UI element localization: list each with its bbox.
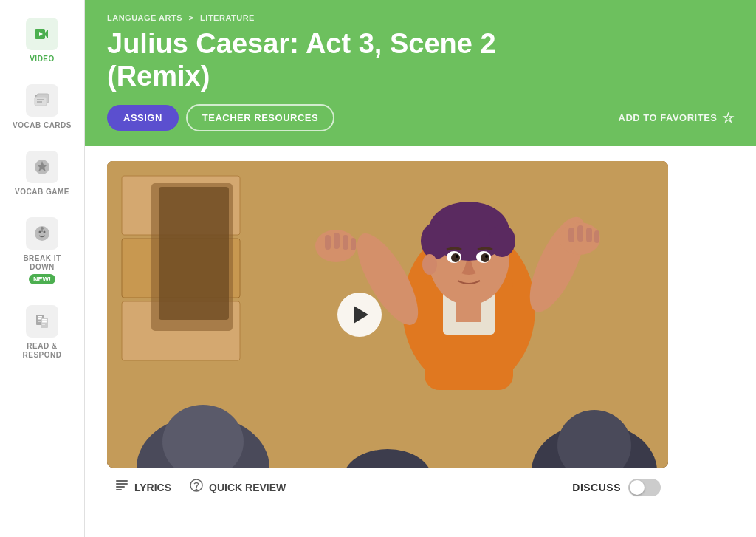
video-thumbnail[interactable]: [107, 161, 668, 468]
video-icon: [33, 25, 51, 43]
title-line2: (Remix): [107, 61, 210, 92]
read-respond-icon: [33, 312, 51, 330]
svg-point-57: [481, 253, 489, 262]
sidebar-video-label: VIDEO: [30, 55, 55, 64]
svg-rect-42: [334, 233, 340, 249]
svg-rect-62: [116, 480, 128, 482]
play-triangle-icon: [354, 306, 368, 324]
sidebar-vocab-game-label: VOCAB GAME: [15, 188, 69, 196]
svg-point-60: [422, 254, 437, 275]
content-area: LYRICS QUICK REVIEW DISCUSS: [85, 146, 756, 537]
sidebar-item-vocab-game[interactable]: VOCAB GAME: [0, 140, 84, 207]
svg-point-12: [44, 231, 46, 233]
svg-rect-49: [594, 230, 599, 243]
quick-review-label: QUICK REVIEW: [209, 482, 286, 493]
breadcrumb-separator: >: [189, 13, 194, 22]
video-bottom-bar: LYRICS QUICK REVIEW DISCUSS: [107, 468, 668, 499]
svg-rect-65: [116, 489, 122, 490]
svg-rect-18: [38, 321, 41, 322]
sidebar-item-read-respond[interactable]: READ &RESPOND: [0, 295, 84, 370]
read-respond-icon-box: [26, 305, 58, 338]
vocab-cards-icon-box: [26, 84, 58, 117]
quick-review-icon: [189, 478, 204, 496]
header-buttons: ASSIGN TEACHER RESOURCES ADD TO FAVORITE…: [107, 104, 734, 131]
header-area: LANGUAGE ARTS > LITERATURE Julius Caesar…: [85, 0, 756, 146]
svg-rect-61: [456, 300, 481, 322]
svg-rect-21: [42, 321, 47, 323]
add-to-favorites-label: ADD TO FAVORITES: [619, 112, 718, 123]
sidebar-read-respond-label: READ &RESPOND: [23, 342, 62, 360]
assign-button[interactable]: ASSIGN: [107, 105, 179, 131]
svg-rect-64: [116, 486, 125, 488]
svg-rect-41: [325, 235, 331, 250]
title-line1: Julius Caesar: Act 3, Scene 2: [107, 28, 496, 59]
discuss-toggle: DISCUSS: [572, 479, 661, 496]
break-it-down-icon-box: [26, 217, 58, 250]
add-to-favorites-button[interactable]: ADD TO FAVORITES ☆: [619, 110, 734, 126]
svg-rect-43: [343, 235, 348, 250]
discuss-toggle-switch[interactable]: [628, 479, 661, 496]
svg-rect-5: [35, 97, 47, 106]
svg-point-58: [456, 255, 458, 258]
svg-rect-47: [577, 225, 583, 242]
svg-point-53: [489, 225, 515, 257]
sidebar-break-it-down-label: BREAK ITDOWN: [23, 254, 61, 272]
svg-rect-22: [42, 324, 45, 325]
discuss-label: DISCUSS: [572, 482, 621, 493]
new-badge: NEW!: [29, 274, 55, 284]
video-container[interactable]: [107, 161, 668, 468]
video-illustration: [107, 161, 668, 468]
sidebar-vocab-cards-label: VOCAB CARDS: [13, 121, 72, 130]
vocab-game-icon: [33, 158, 51, 176]
break-it-down-icon: [33, 225, 51, 242]
vocab-game-icon-box: [26, 151, 58, 183]
video-icon-box: [26, 18, 58, 50]
lyrics-icon: [114, 478, 129, 496]
svg-rect-20: [42, 319, 47, 321]
svg-marker-1: [45, 30, 48, 38]
teacher-resources-button[interactable]: TEACHER RESOURCES: [186, 104, 334, 131]
breadcrumb-part2: LITERATURE: [200, 13, 255, 22]
lyrics-label: LYRICS: [134, 482, 171, 493]
main-content: LANGUAGE ARTS > LITERATURE Julius Caesar…: [85, 0, 756, 537]
svg-rect-44: [351, 238, 356, 250]
play-button[interactable]: [337, 293, 382, 337]
sidebar-item-break-it-down[interactable]: BREAK ITDOWN NEW!: [0, 207, 84, 295]
svg-point-56: [451, 253, 460, 262]
breadcrumb-part1: LANGUAGE ARTS: [107, 13, 182, 22]
sidebar: VIDEO VOCAB CARDS VOCAB GAME: [0, 0, 85, 537]
breadcrumb: LANGUAGE ARTS > LITERATURE: [107, 13, 734, 22]
svg-rect-16: [38, 316, 42, 318]
vocab-cards-icon: [33, 92, 51, 109]
svg-rect-48: [586, 228, 592, 242]
svg-point-67: [196, 489, 198, 491]
svg-point-52: [421, 222, 450, 259]
svg-rect-63: [116, 483, 128, 485]
page-title: Julius Caesar: Act 3, Scene 2 (Remix): [107, 28, 734, 92]
quick-review-button[interactable]: QUICK REVIEW: [189, 478, 286, 496]
svg-point-13: [41, 227, 44, 230]
sidebar-item-video[interactable]: VIDEO: [0, 7, 84, 74]
star-icon: ☆: [722, 110, 735, 126]
svg-rect-46: [568, 228, 574, 242]
svg-point-11: [39, 231, 41, 233]
svg-rect-29: [159, 187, 229, 320]
bottom-left-controls: LYRICS QUICK REVIEW: [114, 478, 286, 496]
lyrics-button[interactable]: LYRICS: [114, 478, 171, 496]
svg-point-59: [485, 255, 488, 258]
sidebar-item-vocab-cards[interactable]: VOCAB CARDS: [0, 74, 84, 140]
toggle-knob: [630, 480, 645, 495]
header-left-buttons: ASSIGN TEACHER RESOURCES: [107, 104, 334, 131]
